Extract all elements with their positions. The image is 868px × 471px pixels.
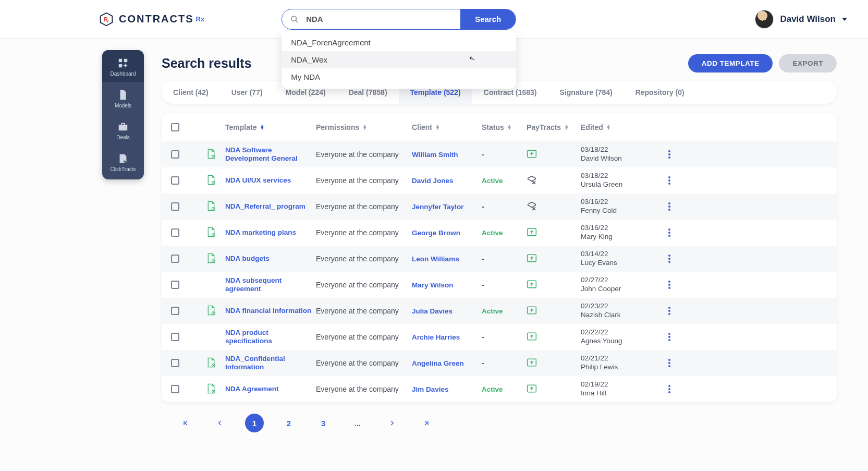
col-label: Client bbox=[412, 123, 432, 131]
row-actions-menu[interactable] bbox=[656, 227, 670, 238]
row-checkbox[interactable] bbox=[171, 333, 179, 341]
col-permissions[interactable]: Permissions▲▼ bbox=[316, 123, 410, 131]
client-link[interactable]: George Brown bbox=[412, 229, 480, 237]
template-link[interactable]: NDA subsequent agreement bbox=[225, 276, 314, 293]
row-actions-menu[interactable] bbox=[656, 332, 670, 342]
suggest-item[interactable]: NDA_ForenAgreement bbox=[282, 34, 516, 51]
client-link[interactable]: Archie Harries bbox=[412, 333, 480, 341]
pager-first[interactable] bbox=[176, 414, 195, 432]
row-checkbox[interactable] bbox=[171, 176, 179, 185]
suggest-item[interactable]: My NDA bbox=[282, 68, 516, 86]
row-actions-menu[interactable] bbox=[656, 358, 670, 368]
client-link[interactable]: William Smith bbox=[412, 151, 480, 159]
col-label: Permissions bbox=[316, 123, 359, 131]
client-link[interactable]: Jennyfer Taylor bbox=[412, 203, 480, 211]
pager-page[interactable]: 3 bbox=[314, 414, 333, 432]
row-checkbox[interactable] bbox=[171, 255, 179, 263]
row-actions-menu[interactable] bbox=[656, 201, 670, 212]
client-link[interactable]: Angelina Green bbox=[412, 359, 480, 367]
table-row: NDA financial informationEveryone at the… bbox=[162, 298, 837, 324]
row-paytract bbox=[527, 175, 579, 186]
row-checkbox[interactable] bbox=[171, 202, 179, 211]
pagination: 1 2 3 ... bbox=[162, 402, 837, 448]
col-paytracts[interactable]: PayTracts▲▼ bbox=[527, 123, 579, 131]
row-actions-menu[interactable] bbox=[656, 280, 670, 290]
pager-next[interactable] bbox=[383, 414, 401, 432]
template-link[interactable]: NDA financial information bbox=[225, 307, 314, 315]
row-doc-icon bbox=[206, 357, 223, 369]
sign-icon bbox=[117, 153, 129, 164]
search-button[interactable]: Search bbox=[460, 9, 516, 29]
row-actions-menu[interactable] bbox=[656, 149, 670, 160]
tab-client[interactable]: Client (42) bbox=[162, 81, 220, 104]
tab-repository[interactable]: Repository (0) bbox=[624, 81, 696, 104]
svg-text:x: x bbox=[107, 19, 110, 23]
col-status[interactable]: Status▲▼ bbox=[482, 123, 524, 131]
document-icon bbox=[206, 357, 216, 368]
template-link[interactable]: NDA product specifications bbox=[225, 329, 314, 345]
row-checkbox[interactable] bbox=[171, 281, 179, 289]
row-permissions: Everyone at the company bbox=[316, 176, 410, 185]
search-input[interactable] bbox=[303, 9, 460, 29]
template-link[interactable]: NDA_Confidential Information bbox=[225, 355, 314, 371]
chevron-down-icon bbox=[842, 18, 847, 21]
add-template-button[interactable]: ADD TEMPLATE bbox=[688, 54, 773, 73]
col-template[interactable]: Template▲▼ bbox=[225, 123, 314, 131]
template-link[interactable]: NDA marketing plans bbox=[225, 228, 314, 237]
row-paytract bbox=[527, 149, 579, 160]
sidebar-item-clicktracts[interactable]: ClickTracts bbox=[102, 146, 144, 177]
row-doc-icon bbox=[206, 305, 223, 317]
row-checkbox[interactable] bbox=[171, 228, 179, 237]
sort-icon: ▲▼ bbox=[507, 125, 512, 130]
row-actions-menu[interactable] bbox=[656, 384, 670, 394]
row-actions-menu[interactable] bbox=[656, 253, 670, 264]
pager-last[interactable] bbox=[417, 414, 436, 432]
row-actions-menu[interactable] bbox=[656, 175, 670, 186]
client-link[interactable]: Julia Davies bbox=[412, 307, 480, 315]
row-status: - bbox=[482, 359, 524, 367]
tab-user[interactable]: User (77) bbox=[220, 81, 274, 104]
paytract-upload-icon bbox=[527, 149, 537, 159]
template-link[interactable]: NDA UI/UX services bbox=[225, 176, 314, 185]
row-edited: 03/18/22Ursula Green bbox=[581, 172, 654, 189]
sidebar-item-models[interactable]: Models bbox=[102, 82, 144, 114]
pager-prev[interactable] bbox=[211, 414, 229, 432]
row-edited: 03/18/22David Wilson bbox=[581, 146, 654, 163]
sidebar-item-label: Deals bbox=[116, 135, 130, 140]
sidebar-item-dashboard[interactable]: Dashboard bbox=[102, 50, 144, 82]
sidebar-item-label: ClickTracts bbox=[110, 166, 136, 172]
pager-page[interactable]: 1 bbox=[245, 414, 264, 432]
table-row: NDA_Confidential InformationEveryone at … bbox=[162, 350, 837, 376]
col-edited[interactable]: Edited▲▼ bbox=[581, 123, 654, 131]
brand-logo[interactable]: R x CONTRACTS Rx bbox=[99, 12, 204, 27]
row-checkbox[interactable] bbox=[171, 307, 179, 315]
row-checkbox[interactable] bbox=[171, 359, 179, 367]
export-button[interactable]: EXPORT bbox=[779, 54, 837, 73]
col-client[interactable]: Client▲▼ bbox=[412, 123, 480, 131]
row-actions-menu[interactable] bbox=[656, 306, 670, 316]
tab-signature[interactable]: Signature (784) bbox=[548, 81, 624, 104]
suggest-item[interactable]: NDA_Wex ↖ bbox=[282, 51, 516, 68]
client-link[interactable]: Jim Davies bbox=[412, 385, 480, 393]
pager-page[interactable]: 2 bbox=[279, 414, 298, 432]
row-checkbox[interactable] bbox=[171, 385, 179, 393]
row-status: Active bbox=[482, 385, 524, 393]
client-link[interactable]: David Jones bbox=[412, 177, 480, 185]
pager-more[interactable]: ... bbox=[348, 414, 367, 432]
row-permissions: Everyone at the company bbox=[316, 255, 410, 263]
template-link[interactable]: NDA_Referral_ program bbox=[225, 202, 314, 211]
sidebar-item-deals[interactable]: Deals bbox=[102, 114, 144, 146]
template-link[interactable]: NDA budgets bbox=[225, 255, 314, 263]
client-link[interactable]: Leon Williams bbox=[412, 255, 480, 263]
client-link[interactable]: Mary Wilson bbox=[412, 281, 480, 289]
row-checkbox[interactable] bbox=[171, 150, 179, 159]
row-doc-icon bbox=[206, 201, 223, 213]
svg-point-3 bbox=[291, 16, 296, 21]
select-all-checkbox[interactable] bbox=[171, 123, 179, 131]
template-link[interactable]: NDA Agreement bbox=[225, 385, 314, 393]
paytract-upload-icon bbox=[527, 306, 537, 315]
briefcase-icon bbox=[117, 121, 129, 132]
user-menu[interactable]: David Wilson bbox=[755, 10, 847, 29]
row-doc-icon bbox=[206, 227, 223, 239]
template-link[interactable]: NDA Software Development General bbox=[225, 146, 314, 163]
